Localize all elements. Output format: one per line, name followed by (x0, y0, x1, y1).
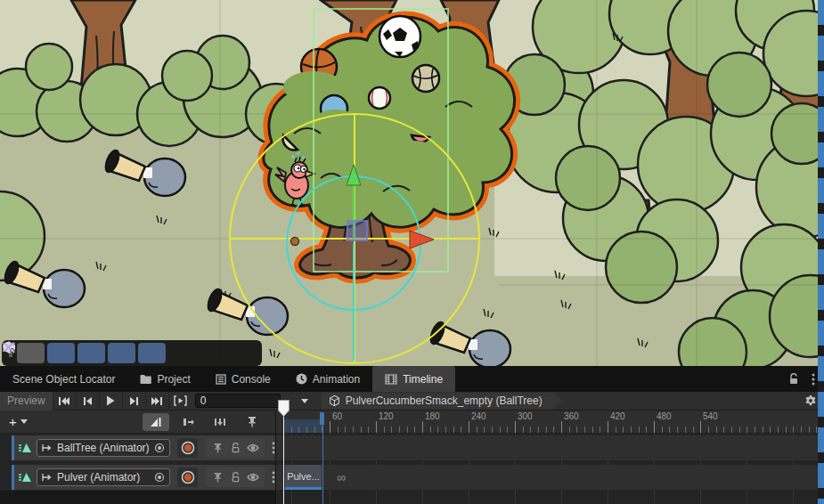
crescent-tool-button[interactable] (108, 343, 135, 363)
ruler-major-tick (561, 421, 562, 433)
play-range-button[interactable] (168, 392, 192, 411)
track-object-name: Pulver (Animator) (57, 471, 151, 484)
ruler-tick-label: 300 (518, 411, 533, 421)
track-toolbar: + (0, 411, 276, 434)
track-object-name: BallTree (Animator) (57, 442, 151, 454)
animator-object-field[interactable]: BallTree (Animator) (37, 439, 170, 457)
scene-toolbar: ‖ (2, 340, 262, 366)
track-row-balltree[interactable]: BallTree (Animator) (12, 435, 275, 460)
breadcrumb[interactable]: PulverCucumberSmack_empty (BallTree) (322, 393, 562, 410)
clip-lane-balltree[interactable] (276, 435, 824, 460)
tab-label: Project (157, 373, 190, 386)
add-track-button[interactable]: + (0, 414, 37, 429)
record-button[interactable] (177, 438, 198, 458)
ruler-major-tick (469, 421, 469, 433)
mute-track-eye-icon[interactable] (245, 443, 261, 452)
search-tool-button[interactable] (168, 343, 196, 363)
skip-start-button[interactable] (53, 392, 76, 411)
gear-icon[interactable] (804, 394, 817, 407)
vertical-scrollbar[interactable] (818, 0, 824, 504)
megaphone-object (103, 149, 185, 196)
move-tool-button[interactable] (17, 343, 45, 363)
record-button[interactable] (177, 467, 198, 487)
lock-track-icon[interactable] (227, 472, 243, 483)
ruler-major-tick (515, 421, 516, 433)
folder-icon (140, 374, 151, 385)
console-icon (216, 374, 226, 385)
x-axis-arrow (410, 231, 434, 248)
tab-console[interactable]: Console (203, 366, 283, 392)
breadcrumb-text: PulverCucumberSmack_empty (BallTree) (346, 394, 543, 407)
ruler-major-tick (608, 421, 608, 433)
layers-tool-button[interactable] (138, 343, 166, 363)
preview-toggle-button[interactable]: Preview (0, 392, 53, 411)
animation-track-icon (18, 471, 32, 484)
curves-view-button[interactable] (143, 413, 169, 431)
tab-scene-object-locator[interactable]: Scene Object Locator (0, 366, 127, 392)
playhead-handle[interactable] (278, 400, 290, 417)
edit-mode-replace-button[interactable] (207, 413, 233, 431)
ruler-major-tick (700, 421, 701, 433)
animation-clip[interactable]: Pulve... (285, 465, 322, 490)
clock-icon (296, 373, 307, 385)
cube-icon (329, 394, 340, 407)
ruler-tick-label: 480 (657, 411, 672, 421)
tab-timeline[interactable]: Timeline (372, 366, 455, 392)
scene-view[interactable]: ‖ (0, 0, 824, 366)
tab-label: Animation (313, 373, 360, 386)
pin-track-icon[interactable] (209, 472, 225, 483)
ruler-tick-label: 120 (379, 411, 394, 421)
panel-tab-bar: Scene Object Locator Project Console Ani… (0, 366, 824, 392)
baseball (369, 87, 390, 109)
timeline-duration-line (322, 422, 323, 504)
track-row-pulver[interactable]: Pulver (Animator) (12, 465, 275, 490)
ruler-tick-label: 420 (610, 411, 625, 421)
panel-divider[interactable] (275, 411, 276, 504)
timeline-ruler[interactable]: 60120180240300360420480540 (276, 411, 824, 434)
tab-label: Timeline (403, 373, 443, 386)
soccer-ball (379, 16, 420, 57)
tab-project[interactable]: Project (127, 366, 202, 392)
ruler-major-tick (654, 421, 655, 433)
pin-track-icon[interactable] (209, 443, 225, 453)
sliders-tool-button[interactable] (47, 343, 75, 363)
frame-number-field[interactable]: 0 (195, 394, 281, 408)
ruler-tick-label: 360 (564, 411, 579, 421)
mute-track-eye-icon[interactable] (245, 473, 261, 482)
unlock-icon[interactable] (788, 373, 799, 385)
object-picker-icon[interactable] (154, 443, 165, 453)
tab-label: Console (232, 373, 271, 386)
animation-track-icon (18, 442, 32, 454)
ruler-tick-label: 240 (471, 411, 486, 421)
lock-track-icon[interactable] (227, 443, 243, 453)
pivot-dot (291, 238, 299, 246)
panel-menu-kebab-icon[interactable] (812, 373, 815, 386)
ruler-tick-label: 180 (425, 411, 440, 421)
timeline-selector-dropdown[interactable] (293, 399, 316, 403)
edit-mode-ripple-button[interactable] (175, 413, 201, 431)
animator-object-field[interactable]: Pulver (Animator) (37, 468, 170, 486)
clip-lane-pulver[interactable]: Pulve... ∞ (276, 465, 824, 490)
step-forward-button[interactable] (122, 392, 145, 411)
tab-animation[interactable]: Animation (283, 366, 372, 392)
volleyball (412, 65, 439, 92)
scene-art (0, 0, 824, 366)
prefab-arrow-icon (42, 473, 53, 482)
playhead-line[interactable] (283, 402, 284, 504)
prefab-arrow-icon (42, 443, 53, 452)
tab-label: Scene Object Locator (12, 373, 115, 386)
shuffle-tool-button[interactable] (229, 343, 257, 363)
ruler-major-tick (376, 421, 377, 433)
pin-markers-button[interactable] (239, 413, 265, 431)
hatch-tool-button[interactable] (78, 343, 105, 363)
step-back-button[interactable] (76, 392, 99, 411)
object-picker-icon[interactable] (154, 472, 165, 483)
editor-window: ‖ (0, 0, 824, 504)
timeline-clips-area[interactable]: Pulve... ∞ (276, 434, 824, 504)
camera-tool-button[interactable] (199, 343, 226, 363)
ruler-major-tick (330, 421, 330, 433)
plane-handle (347, 221, 367, 240)
play-button[interactable] (99, 392, 122, 411)
skip-end-button[interactable] (145, 392, 168, 411)
ruler-major-tick (422, 421, 423, 433)
